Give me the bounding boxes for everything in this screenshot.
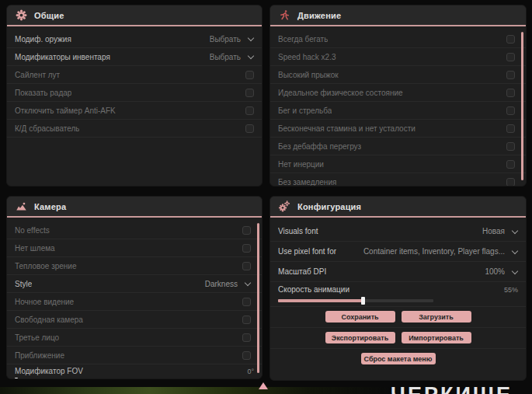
setting-row-no-overload-debuff: Без дебаффа перегруз [270,138,526,155]
setting-row-weapon-mod: Модиф. оружия Выбрать [7,30,262,48]
zoom-checkbox[interactable] [242,351,251,360]
chevron-down-icon [245,281,251,287]
no-effects-checkbox[interactable] [242,226,251,235]
setting-label: Показать радар [15,89,71,97]
panel-config-header: Конфигурация [270,197,526,218]
chevron-down-icon [512,228,518,235]
animation-speed-slider-fill [278,299,363,302]
setting-row-pixel-font: Use pixel font for Container items, Inve… [270,242,526,262]
setting-label: Масштаб DPI [278,267,326,276]
setting-row-high-jump: Высокий прыжок [270,66,526,84]
setting-row-free-camera: Свободная камера [7,311,262,329]
running-man-icon [279,9,290,21]
movement-rows: Всегда бегать Speed hack x2.3 Высокий пр… [270,26,526,187]
setting-row-third-person: Третье лицо [7,329,262,347]
animation-speed-slider-handle[interactable] [361,297,365,305]
animation-speed-slider[interactable] [278,299,433,302]
no-helmet-checkbox[interactable] [242,244,251,253]
setting-row-no-effects: No effects [7,221,262,239]
always-run-checkbox[interactable] [506,35,515,44]
setting-row-no-slowdown: Без замедления [270,173,526,187]
setting-row-anti-afk: Отключить таймер Anti-AFK [7,102,262,120]
no-inertia-checkbox[interactable] [506,160,515,169]
high-jump-checkbox[interactable] [506,71,515,79]
setting-label: Отключить таймер Anti-AFK [15,106,116,115]
setting-label: Модификаторы инвентаря [15,53,110,61]
thermal-vision-checkbox[interactable] [242,262,251,270]
anti-afk-checkbox[interactable] [245,106,254,115]
chevron-down-icon [512,249,518,255]
camera-rows: No effects Нет шлема Тепловое зрение Sty… [7,218,262,379]
config-buttons-row-2: Экспортировать Импортировать [270,328,526,349]
perfect-condition-checkbox[interactable] [506,89,515,97]
visuals-font-dropdown[interactable]: Новая [482,227,518,235]
panel-title: Камера [34,202,66,211]
setting-label: Ночное видение [15,298,74,306]
setting-label: Без замедления [278,178,336,187]
setting-label: Модиф. оружия [15,35,71,44]
setting-label: Всегда бегать [278,35,328,44]
fov-slider-handle[interactable] [15,378,18,379]
chevron-down-icon [248,36,254,42]
no-slowdown-checkbox[interactable] [506,178,515,187]
run-and-shoot-checkbox[interactable] [506,106,515,115]
mouse-cursor-icon [259,382,268,389]
camera-scrollbar[interactable] [257,223,259,373]
animation-speed-value: 55% [504,286,518,294]
setting-label: Скорость анимации [278,285,349,294]
kd-reset-checkbox[interactable] [245,124,254,133]
show-radar-checkbox[interactable] [245,89,254,97]
free-camera-checkbox[interactable] [242,316,251,324]
config-rows: Visuals font Новая Use pixel font for Co… [270,218,526,369]
third-person-checkbox[interactable] [242,333,251,342]
setting-label: Бег и стрельба [278,106,332,115]
silent-loot-checkbox[interactable] [245,71,254,79]
style-dropdown[interactable]: Darkness [205,280,251,288]
setting-label: Бесконечная стамина и нет усталости [278,124,416,133]
gears-icon [279,200,290,212]
setting-label: Тепловое зрение [15,262,77,270]
chevron-down-icon [248,54,254,60]
general-rows: Модиф. оружия Выбрать Модификаторы инвен… [7,26,262,138]
setting-label: Style [15,280,32,288]
import-button[interactable]: Импортировать [402,332,471,343]
panel-title: Общие [34,11,64,20]
speed-hack-checkbox[interactable] [506,53,515,61]
panel-camera: Камера No effects Нет шлема Тепловое зре… [6,196,263,379]
dpi-scale-dropdown[interactable]: 100% [485,267,518,276]
panel-general-header: Общие [7,5,262,26]
reset-menu-layout-button[interactable]: Сброс макета меню [361,353,436,364]
weapon-mod-dropdown[interactable]: Выбрать [210,35,254,44]
movement-scrollbar[interactable] [521,32,523,180]
gear-icon [16,9,27,21]
config-buttons-row-3: Сброс макета меню [270,349,526,369]
watermark-text: ЧЕРКИШЕ [391,383,513,394]
setting-row-always-run: Всегда бегать [270,30,526,48]
save-button[interactable]: Сохранить [325,311,395,323]
setting-row-zoom: Приближение [7,347,262,364]
night-vision-checkbox[interactable] [242,298,251,306]
setting-row-show-radar: Показать радар [7,84,262,102]
setting-row-visuals-font: Visuals font Новая [270,221,526,242]
load-button[interactable]: Загрузить [402,311,471,323]
setting-row-kd-reset: К/Д сбрасыватель [7,120,262,138]
setting-row-no-inertia: Нет инерции [270,155,526,173]
setting-label: Высокий прыжок [278,71,339,79]
infinite-stamina-checkbox[interactable] [506,124,515,133]
panel-camera-header: Камера [7,197,262,218]
panel-title: Движение [297,11,341,20]
image-icon [16,200,27,212]
inventory-mods-dropdown[interactable]: Выбрать [210,53,254,61]
setting-row-speed-hack: Speed hack x2.3 [270,48,526,66]
setting-label: Сайлент лут [15,71,60,79]
game-background-strip [0,387,392,394]
no-overload-debuff-checkbox[interactable] [506,142,515,151]
setting-row-run-and-shoot: Бег и стрельба [270,102,526,120]
panel-config: Конфигурация Visuals font Новая Use pixe… [269,196,527,381]
setting-label: Нет инерции [278,160,324,169]
chevron-down-icon [512,269,518,275]
pixel-font-dropdown[interactable]: Container items, Inventory, Player flags… [363,247,518,256]
setting-row-inventory-mods: Модификаторы инвентаря Выбрать [7,48,262,66]
export-button[interactable]: Экспортировать [325,332,395,343]
setting-label: Use pixel font for [278,247,336,256]
